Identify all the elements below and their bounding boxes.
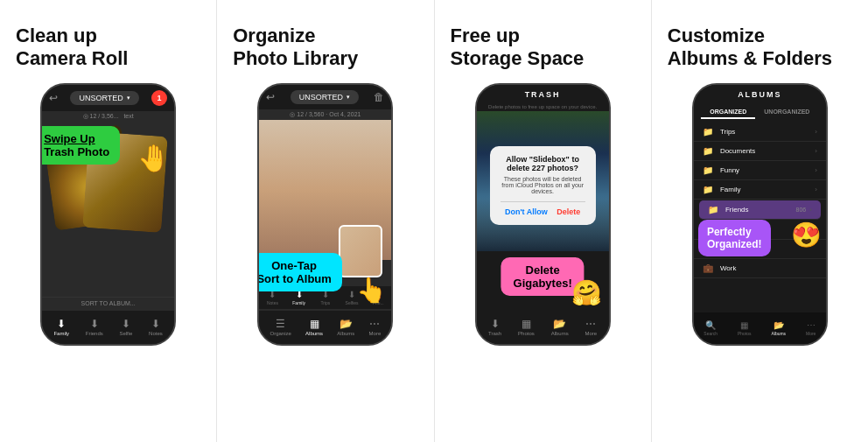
badge-count: 1 [158, 94, 162, 102]
hand-emoji-2: 👆 [356, 276, 387, 305]
trash-badge: 1 [151, 90, 167, 106]
tab3-2[interactable]: ▦ Photos [518, 318, 535, 336]
hand-emoji-1: 🤚 [137, 143, 170, 173]
album-row-work[interactable]: 💼 Work [694, 259, 826, 278]
chevron-icon: ▾ [127, 95, 130, 102]
tab-notes-icon: ⬇ [151, 318, 160, 330]
panel1-title: Clean upCamera Roll [16, 25, 200, 71]
tab-friends-label: Friends [86, 331, 103, 336]
panel-customize: CustomizeAlbums & Folders ALBUMS ORGANIZ… [652, 0, 868, 442]
delete-button[interactable]: Delete [556, 207, 580, 216]
unsorted-pill-2: UNSORTED ▾ [290, 90, 359, 104]
tab-friends[interactable]: ⬇ Friends [86, 318, 103, 336]
tab2-organize[interactable]: ☰ Organize [270, 318, 290, 336]
tab-family[interactable]: ⬇ Family [53, 318, 69, 336]
trash-text: Trash Photo [44, 145, 109, 158]
photo-count-2: ◎ 12 / 3,560 · Oct 4, 2021 [259, 109, 391, 120]
tab2-albums2[interactable]: 📂 Albums [337, 318, 354, 336]
phone-1: ↩ UNSORTED ▾ 1 ◎ 12 / 3,56... text [40, 83, 176, 346]
unsorted-pill: UNSORTED ▾ [70, 91, 138, 105]
tab2-more[interactable]: ⋯ More [369, 318, 382, 336]
trash-title: TRASH [484, 90, 602, 99]
organize-icon: ☰ [276, 318, 285, 330]
p4-tab-albums[interactable]: 📂 Albums [771, 320, 786, 336]
search-label: Search [704, 331, 718, 336]
p4-tab-photos[interactable]: ▦ Photos [738, 320, 752, 336]
more-label: More [369, 331, 382, 336]
t3-icon2: ▦ [522, 318, 531, 330]
panel-organize: OrganizePhoto Library ↩ UNSORTED ▾ 🗑 ◎ 1… [217, 0, 434, 442]
delete-alert: Allow "Slidebox" to delete 227 photos? T… [490, 146, 596, 225]
trash-photo-bg: Allow "Slidebox" to delete 227 photos? T… [477, 111, 609, 251]
organize-label: Organize [270, 331, 290, 336]
albums-icon: ▦ [310, 318, 319, 330]
one-tap-label: One-Tap Sort to Album [259, 253, 341, 291]
phone-screen-1: ↩ UNSORTED ▾ 1 ◎ 12 / 3,56... text [42, 85, 174, 344]
trash-header: TRASH [477, 85, 609, 102]
bottom-tabs-2[interactable]: ☰ Organize ▦ Albums 📂 Albums ⋯ More [259, 311, 391, 344]
unsorted-label: UNSORTED [79, 94, 122, 102]
phone4-bottom-tabs[interactable]: 🔍 Search ▦ Photos 📂 Albums ⋯ More [694, 312, 826, 344]
tab-selfie[interactable]: ⬇ Selfie [119, 318, 132, 336]
tab-unorganized[interactable]: UNORGANIZED [755, 106, 818, 119]
panel2-title: OrganizePhoto Library [233, 25, 417, 71]
chevron-icon-2: ▾ [346, 94, 350, 101]
tab-friends-icon: ⬇ [90, 318, 99, 330]
t3-label1: Trash [488, 331, 501, 336]
swipe-up-label: Swipe Up Trash Photo [42, 126, 120, 165]
photo-count: ◎ 12 / 3,56... text [42, 111, 174, 122]
more-tab-icon: ⋯ [807, 320, 816, 330]
albums2-label: Albums [337, 331, 354, 336]
album-row-documents[interactable]: 📁 Documents › [694, 142, 826, 161]
album-row-friends[interactable]: 📁 Friends 806 › [699, 200, 821, 220]
p4-tab-more[interactable]: ⋯ More [806, 320, 816, 336]
albums2-icon: 📂 [340, 318, 353, 330]
sort-bar-1: SORT TO ALBUM... [42, 297, 174, 309]
tab3-4[interactable]: ⋯ More [585, 318, 598, 336]
family-label: Family [292, 300, 305, 305]
t3-icon1: ⬇ [491, 318, 500, 330]
bottom-tabs-3[interactable]: ⬇ Trash ▦ Photos 📂 Albums ⋯ More [477, 311, 609, 344]
dont-allow-button[interactable]: Don't Allow [505, 207, 548, 216]
back-icon: ↩ [49, 92, 58, 104]
friends-folder-icon: 📁 [708, 205, 718, 214]
tab-organized[interactable]: ORGANIZED [701, 106, 755, 119]
friends-chevron: › [809, 206, 812, 214]
love-emoji: 😍 [791, 221, 822, 249]
trips-folder-icon: 📁 [703, 127, 713, 137]
album-row-funny[interactable]: 📁 Funny › [694, 161, 826, 180]
albums-label: Albums [305, 331, 323, 336]
tab3-3[interactable]: 📂 Albums [551, 318, 569, 336]
family-name: Family [720, 186, 811, 193]
t3-icon3: 📂 [553, 318, 566, 330]
tab3-1[interactable]: ⬇ Trash [488, 318, 501, 336]
albums-tab-label: Albums [771, 331, 786, 336]
p4-tab-search[interactable]: 🔍 Search [704, 320, 718, 336]
family-chevron: › [815, 186, 817, 193]
album-row-family[interactable]: 📁 Family › [694, 180, 826, 200]
tab-notes[interactable]: ⬇ Notes [149, 318, 163, 336]
trips-chevron: › [815, 128, 817, 136]
one-tap-line2: Sort to Album [259, 272, 331, 285]
perfectly-line2: Organized! [707, 238, 762, 250]
trips-label: Trips [320, 300, 330, 305]
bottom-tabs-1[interactable]: ⬇ Family ⬇ Friends ⬇ Selfie ⬇ Notes [42, 311, 174, 344]
more-tab-label: More [806, 331, 816, 336]
albums-tabs[interactable]: ORGANIZED UNORGANIZED [694, 102, 826, 123]
friends-count: 806 [796, 207, 807, 213]
tab2-albums[interactable]: ▦ Albums [305, 318, 323, 336]
tab-notes-label: Notes [149, 331, 163, 336]
panel-clean-up: Clean upCamera Roll ↩ UNSORTED ▾ 1 ◎ 12 … [0, 0, 217, 442]
tab-selfie-label: Selfie [119, 331, 132, 336]
work-folder-icon: 💼 [703, 263, 713, 273]
photos-label: Photos [738, 331, 752, 336]
album-row-trips[interactable]: 📁 Trips › [694, 123, 826, 142]
albums-title: ALBUMS [701, 90, 819, 99]
albums-header: ALBUMS [694, 85, 826, 102]
phone-3: TRASH Delete photos to free up space on … [475, 83, 611, 346]
funny-folder-icon: 📁 [703, 165, 713, 175]
perfectly-line1: Perfectly [707, 226, 752, 238]
phone1-topbar: ↩ UNSORTED ▾ 1 [42, 85, 174, 111]
notes-label: Notes [267, 300, 278, 305]
phone-4: ALBUMS ORGANIZED UNORGANIZED 📁 Trips › 📁… [692, 83, 828, 346]
